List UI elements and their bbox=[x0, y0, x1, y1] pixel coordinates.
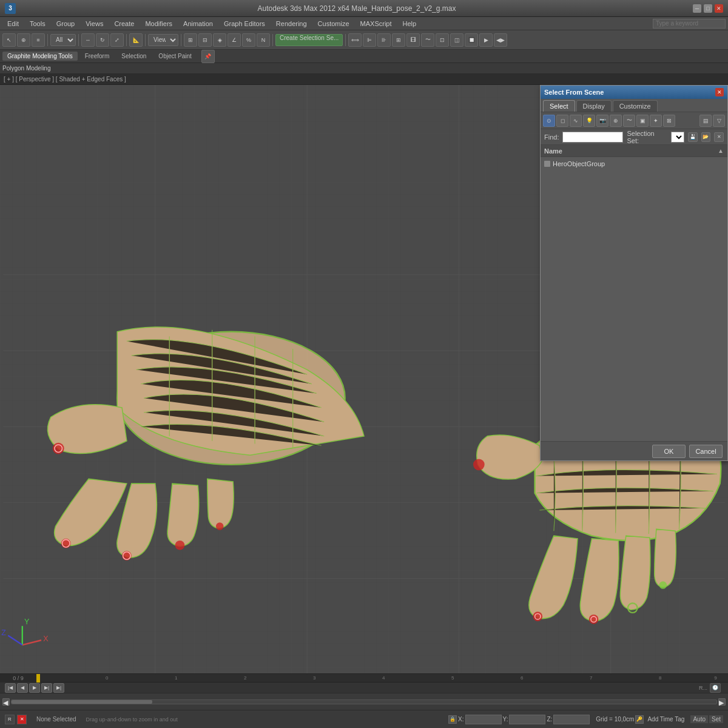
toolbar-rotate[interactable]: ↻ bbox=[96, 33, 109, 47]
dialog-tab-customize[interactable]: Customize bbox=[613, 100, 658, 112]
toolbar-select3[interactable]: ≡ bbox=[32, 33, 45, 47]
graphite-tab-selection[interactable]: Selection bbox=[116, 52, 151, 61]
graphite-tab-modeling[interactable]: Graphite Modeling Tools bbox=[2, 52, 78, 61]
toolbar-snap[interactable]: ⊞ bbox=[184, 33, 197, 47]
dtool-lights[interactable]: 💡 bbox=[583, 115, 595, 127]
timeline-scrollbar-thumb[interactable] bbox=[12, 700, 152, 704]
z-input[interactable] bbox=[553, 715, 590, 724]
timeline-scrollbar[interactable]: ◀ ▶ bbox=[0, 693, 728, 710]
toolbar-move[interactable]: ↔ bbox=[81, 33, 95, 47]
sep5 bbox=[181, 34, 181, 46]
toolbar-material[interactable]: ◫ bbox=[450, 33, 463, 47]
close-button[interactable]: ✕ bbox=[715, 4, 723, 13]
axis-indicator: X Y Z bbox=[1, 618, 49, 645]
menu-rendering[interactable]: Rendering bbox=[271, 19, 312, 29]
dtool-options[interactable]: ▤ bbox=[699, 115, 712, 127]
dtool-groups[interactable]: ▣ bbox=[636, 115, 649, 127]
menu-graph-editors[interactable]: Graph Editors bbox=[219, 19, 270, 29]
toolbar-snap2[interactable]: ⊟ bbox=[198, 33, 212, 47]
toolbar-track[interactable]: 🎞 bbox=[406, 33, 420, 47]
dialog-tab-display[interactable]: Display bbox=[576, 100, 612, 112]
keyword-search[interactable] bbox=[653, 19, 726, 29]
dtool-helpers[interactable]: ⊕ bbox=[610, 115, 622, 127]
menu-group[interactable]: Group bbox=[52, 19, 80, 29]
time-config-btn[interactable]: 🕐 bbox=[710, 683, 721, 693]
toolbar-select2[interactable]: ⊕ bbox=[17, 33, 30, 47]
dtool-shapes[interactable]: ∿ bbox=[570, 115, 582, 127]
selection-set-dropdown[interactable] bbox=[671, 132, 684, 143]
cancel-button[interactable]: Cancel bbox=[689, 445, 723, 458]
toolbar-scale[interactable]: ⤢ bbox=[110, 33, 124, 47]
menu-views[interactable]: Views bbox=[81, 19, 108, 29]
graphite-pin[interactable]: 📌 bbox=[201, 50, 215, 63]
scroll-right-btn[interactable]: ▶ bbox=[718, 698, 726, 706]
menu-customize[interactable]: Customize bbox=[313, 19, 354, 29]
dtool-xrefs[interactable]: ✦ bbox=[650, 115, 662, 127]
minimize-button[interactable]: ─ bbox=[693, 4, 701, 13]
lock-icon[interactable]: 🔒 bbox=[448, 715, 457, 724]
ok-button[interactable]: OK bbox=[652, 445, 686, 458]
dtool-cameras[interactable]: 📷 bbox=[596, 115, 608, 127]
hint-text: Drag up-and-down to zoom in and out bbox=[81, 716, 443, 723]
dialog-close-button[interactable]: ✕ bbox=[715, 88, 724, 96]
create-selection-btn[interactable]: Create Selection Se... bbox=[275, 34, 343, 46]
dtool-sel-load[interactable]: 📂 bbox=[701, 132, 711, 142]
selection-type-dropdown[interactable]: All bbox=[50, 34, 76, 46]
find-input[interactable] bbox=[562, 132, 623, 143]
graphite-tab-freeform[interactable]: Freeform bbox=[80, 52, 115, 61]
status-icon2[interactable]: ✕ bbox=[17, 715, 27, 724]
toolbar-select[interactable]: ↖ bbox=[2, 33, 16, 47]
scroll-left-btn[interactable]: ◀ bbox=[2, 698, 10, 706]
timeline-scrollbar-track[interactable] bbox=[11, 699, 717, 704]
toolbar-render-setup[interactable]: 🔲 bbox=[465, 33, 478, 47]
dtool-geometry[interactable]: ◻ bbox=[556, 115, 568, 127]
view-dropdown[interactable]: View bbox=[148, 34, 178, 46]
key-icon[interactable]: 🔑 bbox=[635, 715, 644, 724]
graphite-tab-objectpaint[interactable]: Object Paint bbox=[153, 52, 196, 61]
menu-maxscript[interactable]: MAXScript bbox=[356, 19, 397, 29]
toolbar-pct[interactable]: % bbox=[242, 33, 255, 47]
dialog-object-list[interactable]: HeroObjectGroup bbox=[541, 157, 727, 441]
list-item[interactable]: HeroObjectGroup bbox=[541, 158, 727, 169]
menu-create[interactable]: Create bbox=[109, 19, 139, 29]
play-btn[interactable]: ▶ bbox=[29, 683, 40, 693]
menu-modifiers[interactable]: Modifiers bbox=[140, 19, 177, 29]
find-label: Find: bbox=[544, 133, 559, 141]
viewport[interactable]: X Y Z Select From Scene ✕ Select Display… bbox=[0, 85, 728, 673]
toolbar-render2[interactable]: ◀▶ bbox=[494, 33, 507, 47]
toolbar-align[interactable]: ⊫ bbox=[363, 33, 376, 47]
toolbar-schematic[interactable]: ⊡ bbox=[436, 33, 449, 47]
menu-help[interactable]: Help bbox=[398, 19, 422, 29]
maximize-button[interactable]: □ bbox=[704, 4, 712, 13]
dtool-sel-del[interactable]: ✕ bbox=[714, 132, 724, 142]
marker-9: 9 bbox=[714, 675, 716, 681]
dtool-spacewarps[interactable]: 〜 bbox=[623, 115, 635, 127]
status-icon1[interactable]: R bbox=[5, 715, 15, 724]
x-input[interactable] bbox=[465, 715, 502, 724]
goto-end-btn[interactable]: ▶| bbox=[53, 683, 64, 693]
dtool-bones[interactable]: ⊠ bbox=[663, 115, 675, 127]
polygon-bar: Polygon Modeling bbox=[0, 63, 728, 74]
dialog-tab-select[interactable]: Select bbox=[543, 100, 575, 112]
goto-start-btn[interactable]: |◀ bbox=[5, 683, 16, 693]
svg-line-29 bbox=[8, 635, 22, 645]
toolbar-angle[interactable]: ∠ bbox=[228, 33, 241, 47]
toolbar-spinner[interactable]: N bbox=[257, 33, 270, 47]
y-input[interactable] bbox=[509, 715, 545, 724]
menu-animation[interactable]: Animation bbox=[178, 19, 218, 29]
dtool-select-all[interactable]: ⊙ bbox=[543, 115, 555, 127]
menu-edit[interactable]: Edit bbox=[2, 19, 24, 29]
toolbar-curve[interactable]: 〜 bbox=[421, 33, 434, 47]
toolbar-layer[interactable]: ⊞ bbox=[392, 33, 405, 47]
menu-tools[interactable]: Tools bbox=[25, 19, 50, 29]
toolbar-mirror[interactable]: ⟺ bbox=[348, 33, 362, 47]
next-frame-btn[interactable]: ▶| bbox=[41, 683, 52, 693]
toolbar-snap3[interactable]: ◈ bbox=[213, 33, 226, 47]
prev-frame-btn[interactable]: ◀ bbox=[17, 683, 28, 693]
toolbar-align2[interactable]: ⊪ bbox=[377, 33, 391, 47]
toolbar-render[interactable]: ▶ bbox=[479, 33, 493, 47]
dtool-sel-save[interactable]: 💾 bbox=[688, 132, 698, 142]
toolbar-ref-coord[interactable]: 📐 bbox=[129, 33, 143, 47]
dtool-filter[interactable]: ▽ bbox=[713, 115, 725, 127]
timeline-track[interactable]: 0 / 9 0 1 2 3 4 5 6 7 8 9 bbox=[0, 674, 728, 682]
